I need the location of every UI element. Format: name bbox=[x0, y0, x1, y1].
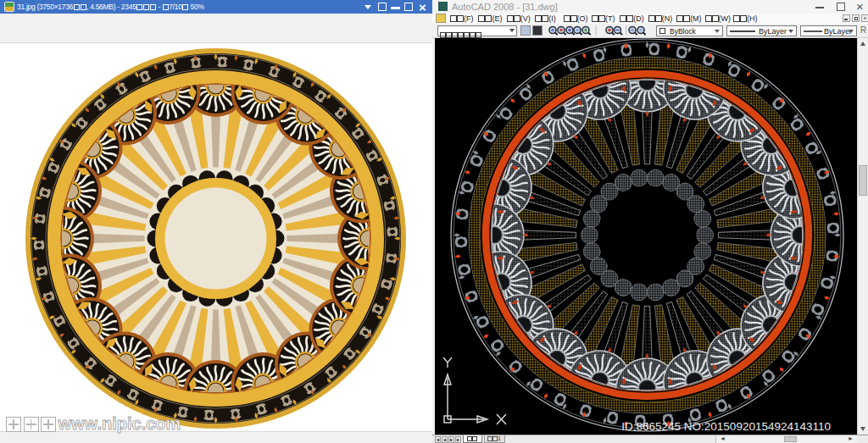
svg-text:ID:8665245 NO:2015092015492414: ID:8665245 NO:20150920154924143110 bbox=[621, 420, 831, 433]
